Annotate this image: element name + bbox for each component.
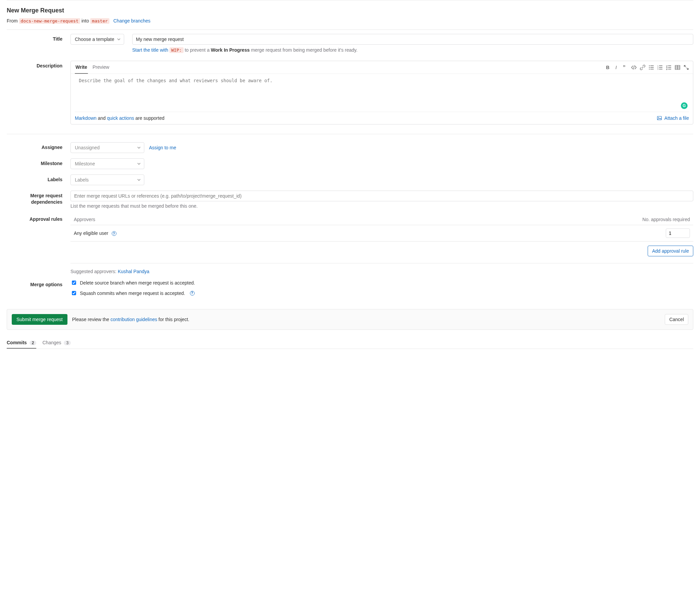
assign-to-me-link[interactable]: Assign to me — [149, 145, 176, 150]
submit-button[interactable]: Submit merge request — [12, 314, 67, 325]
svg-text:B: B — [606, 65, 609, 70]
commits-count-badge: 2 — [29, 340, 37, 345]
template-select[interactable]: Choose a template — [70, 34, 124, 45]
svg-rect-4 — [650, 66, 654, 66]
delete-branch-checkbox-row[interactable]: Delete source branch when merge request … — [70, 279, 693, 286]
merge-options-label: Merge options — [7, 279, 70, 300]
chevron-down-icon — [137, 178, 141, 182]
deps-note: List the merge requests that must be mer… — [70, 203, 693, 209]
ul-icon[interactable] — [649, 65, 654, 70]
assignee-label: Assignee — [7, 142, 70, 153]
add-approval-rule-button[interactable]: Add approval rule — [648, 246, 693, 256]
wip-suffix-text: merge request from being merged before i… — [251, 47, 358, 53]
svg-rect-15 — [668, 66, 671, 66]
delete-branch-checkbox[interactable] — [72, 280, 76, 284]
checklist-icon[interactable] — [666, 65, 672, 70]
svg-rect-12 — [659, 67, 662, 68]
tab-commits[interactable]: Commits 2 — [7, 336, 36, 349]
review-note: Please review the contribution guideline… — [72, 317, 189, 322]
wip-hint-link[interactable]: Start the title with — [132, 47, 168, 53]
chevron-down-icon — [117, 38, 121, 41]
code-icon[interactable] — [631, 65, 636, 70]
svg-point-3 — [649, 65, 650, 66]
table-icon[interactable] — [675, 65, 680, 70]
bottom-tabs: Commits 2 Changes 3 — [7, 336, 693, 349]
wip-mid-text: to prevent a — [184, 47, 209, 53]
suggested-approvers: Suggested approvers: Kushal Pandya — [70, 263, 693, 274]
template-select-text: Choose a template — [75, 37, 114, 42]
deps-input[interactable] — [70, 191, 693, 201]
help-icon[interactable]: ? — [112, 231, 116, 236]
assignee-select[interactable]: Unassigned — [70, 142, 144, 153]
tab-write[interactable]: Write — [75, 61, 88, 74]
cancel-button[interactable]: Cancel — [665, 314, 688, 325]
svg-point-23 — [658, 117, 659, 118]
italic-icon[interactable]: I — [614, 65, 619, 70]
svg-rect-8 — [650, 69, 654, 69]
into-label: into — [82, 18, 89, 24]
milestone-label: Milestone — [7, 158, 70, 169]
tab-preview[interactable]: Preview — [92, 61, 110, 73]
changes-count-badge: 3 — [64, 340, 71, 345]
ol-icon[interactable]: 123 — [657, 65, 663, 70]
bold-icon[interactable]: B — [605, 65, 610, 70]
into-branch-tag: master — [90, 18, 109, 24]
squash-checkbox[interactable] — [72, 291, 76, 295]
wip-bold: Work In Progress — [211, 47, 250, 53]
quote-icon[interactable]: ” — [622, 65, 628, 70]
suggested-approver-link[interactable]: Kushal Pandya — [118, 269, 149, 274]
markdown-link[interactable]: Markdown — [75, 115, 97, 121]
svg-point-7 — [649, 68, 650, 69]
svg-text:I: I — [615, 65, 617, 70]
quick-actions-link[interactable]: quick actions — [107, 115, 134, 121]
branch-line: From docs-new-merge-request into master … — [7, 18, 693, 24]
chevron-down-icon — [137, 146, 141, 149]
from-branch-tag: docs-new-merge-request — [19, 18, 80, 24]
chevron-down-icon — [137, 162, 141, 165]
approvers-col-header: Approvers — [74, 217, 95, 222]
svg-text:3: 3 — [657, 68, 658, 70]
title-input[interactable] — [132, 34, 693, 45]
change-branches-link[interactable]: Change branches — [113, 18, 151, 24]
svg-rect-14 — [659, 69, 662, 69]
svg-rect-16 — [668, 67, 671, 68]
image-icon — [657, 115, 663, 121]
labels-label: Labels — [7, 175, 70, 185]
svg-rect-17 — [668, 69, 671, 69]
approval-count-input[interactable] — [666, 228, 690, 238]
link-icon[interactable] — [640, 65, 645, 70]
wip-tag: WIP: — [169, 47, 183, 53]
description-editor: Write Preview B I ” 123 — [70, 61, 693, 124]
squash-checkbox-row[interactable]: Squash commits when merge request is acc… — [70, 290, 693, 296]
svg-point-5 — [649, 67, 650, 67]
description-label: Description — [7, 61, 70, 124]
svg-rect-6 — [650, 67, 654, 68]
description-textarea[interactable] — [75, 74, 689, 111]
page-title: New Merge Request — [7, 7, 693, 14]
approval-label: Approval rules — [7, 214, 70, 274]
milestone-select[interactable]: Milestone — [70, 158, 144, 169]
svg-text:”: ” — [623, 65, 626, 70]
approval-row-label: Any eligible user ? — [74, 231, 116, 236]
help-icon[interactable]: ? — [190, 291, 195, 296]
num-approvals-col-header: No. approvals required — [642, 217, 690, 222]
title-label: Title — [7, 34, 70, 53]
fullscreen-icon[interactable] — [684, 65, 689, 70]
deps-label: Merge requestdependencies — [7, 191, 70, 209]
svg-rect-10 — [659, 66, 662, 66]
tab-changes[interactable]: Changes 3 — [42, 336, 71, 349]
attach-file-link[interactable]: Attach a file — [657, 115, 689, 121]
contribution-guidelines-link[interactable]: contribution guidelines — [110, 317, 157, 322]
submit-bar: Submit merge request Please review the c… — [7, 309, 693, 330]
labels-select[interactable]: Labels — [70, 175, 144, 185]
desc-footer-left: Markdown and quick actions are supported — [75, 115, 164, 121]
grammarly-badge-icon: G — [681, 102, 688, 109]
md-toolbar: B I ” 123 — [605, 65, 689, 70]
from-label: From — [7, 18, 18, 24]
